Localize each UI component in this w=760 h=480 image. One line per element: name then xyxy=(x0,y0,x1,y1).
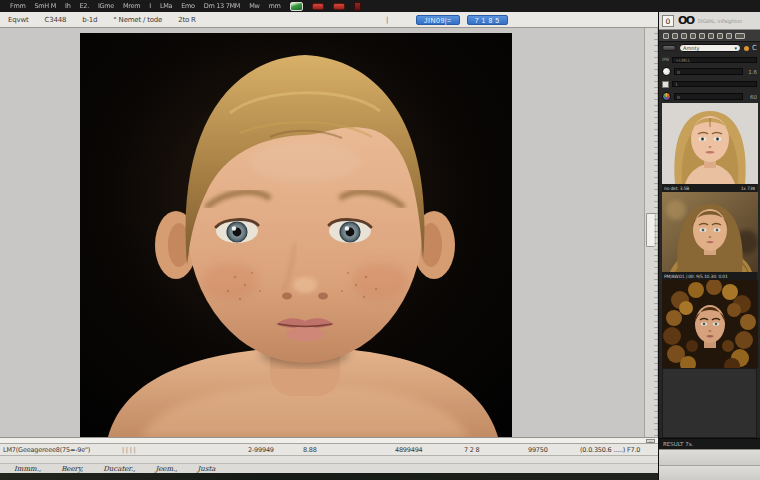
size-slider[interactable] xyxy=(674,68,743,75)
vertical-scrollbar[interactable] xyxy=(644,28,658,437)
option-item[interactable]: Eqvwt xyxy=(8,16,28,24)
status-document-info: LM7(Geeagereee8(75=-9e") xyxy=(3,446,90,454)
scrollbar-corner-box[interactable]: = xyxy=(646,439,655,443)
strength-slider-value: 60 xyxy=(746,94,757,100)
chevron-down-icon: ▾ xyxy=(735,45,738,51)
status-bar-spacer xyxy=(0,456,658,464)
photo-editor-window: Fmm SmH M Ih E2. IGme Mrem I LMa Emo Dm … xyxy=(0,0,760,480)
brush-icon[interactable] xyxy=(681,33,687,39)
girl-curly-art xyxy=(662,280,758,368)
result-label: RESULT 7s. xyxy=(663,441,693,447)
menu-item[interactable]: E2. xyxy=(79,2,88,10)
menu-item[interactable]: Ih xyxy=(65,2,70,10)
document-tab[interactable]: Jeem., xyxy=(155,465,177,473)
footer-row xyxy=(659,466,760,480)
horizontal-scrollbar[interactable]: = xyxy=(0,437,658,444)
crop-icon[interactable] xyxy=(672,33,678,39)
right-sidebar: 0 OO DIGIIAL: inPaighton Amnty ▾ xyxy=(658,12,760,480)
menu-item[interactable]: IGme xyxy=(98,2,114,10)
menu-item[interactable]: SmH M xyxy=(35,2,57,10)
square-swatch-icon[interactable] xyxy=(662,81,669,88)
menu-item[interactable]: Fmm xyxy=(10,2,26,10)
eraser-icon[interactable] xyxy=(690,33,696,39)
c-icon[interactable]: C xyxy=(752,45,757,52)
green-photo-icon[interactable] xyxy=(290,2,303,11)
status-coordinates: (0.0.350.6 .....) F7.0 xyxy=(580,446,640,454)
status-value: 2-99949 xyxy=(248,446,274,454)
value-field[interactable]: 1 xyxy=(672,81,757,87)
zoom-field[interactable]: 0 xyxy=(662,15,674,27)
sidebar-caption: DIGIIAL: inPaighton xyxy=(698,18,742,24)
red-badge-icon[interactable] xyxy=(312,3,324,10)
menu-item[interactable]: mm xyxy=(268,2,280,10)
thumbnail-caption-bar: PM/AW.01 /.00: 9/5.10.30: 0.01 xyxy=(662,272,757,280)
menu-item[interactable]: Emo xyxy=(181,2,195,10)
text-field[interactable]: +LMLL xyxy=(672,57,757,63)
white-swatch-icon[interactable] xyxy=(662,67,671,76)
menu-item[interactable]: Dm 13 7MM xyxy=(204,2,240,10)
status-value: 4899494 xyxy=(395,446,423,454)
thumbnail-caption-right: 1x 738 xyxy=(741,186,755,191)
bottom-dark-strip xyxy=(0,473,658,480)
zoom-icon[interactable] xyxy=(717,33,723,39)
shape-icon[interactable] xyxy=(708,33,714,39)
option-item[interactable]: C3448 xyxy=(44,16,66,24)
option-item[interactable]: ° Nemet / tode xyxy=(113,16,162,24)
tool-options-bar: Eqvwt C3448 b-1d ° Nemet / tode 2to R | … xyxy=(0,12,658,28)
girl-golden-portrait-thumbnail[interactable] xyxy=(662,192,758,272)
status-bar: LM7(Geeagereee8(75=-9e") | | | | 2-99949… xyxy=(0,444,658,456)
status-ruler-ticks: | | | | xyxy=(122,446,136,454)
mode-dropdown-value: Amnty xyxy=(683,45,699,51)
thumbnail-caption-left: PM/AW.01 /.00: 9/5.10.30: 0.01 xyxy=(664,274,728,279)
document-tab[interactable]: Beery, xyxy=(61,465,83,473)
wand-icon[interactable] xyxy=(663,33,669,39)
document-tab[interactable]: Ducater., xyxy=(103,465,135,473)
sidebar-header: 0 OO DIGIIAL: inPaighton xyxy=(659,12,760,30)
thumbnail-caption-left: no det: 3.5B xyxy=(664,186,689,191)
highlighted-option-group: JIN09|= 7 1 8 5 xyxy=(416,15,508,25)
boy-portrait-art xyxy=(80,33,512,437)
menu-item[interactable]: Mw xyxy=(249,2,259,10)
strength-slider[interactable] xyxy=(674,93,743,100)
empty-panel-well xyxy=(662,368,757,438)
footer-row xyxy=(659,450,760,466)
menu-icon[interactable] xyxy=(735,33,745,39)
status-value: 7 2 8 xyxy=(464,446,480,454)
option-item[interactable]: b-1d xyxy=(82,16,97,24)
girl-blonde-portrait-thumbnail[interactable] xyxy=(662,103,758,184)
size-slider-value: 1.6 xyxy=(746,69,757,75)
document-tab[interactable]: Immm., xyxy=(14,465,41,473)
red-badge-icon[interactable] xyxy=(333,3,345,10)
option-item[interactable]: 2to R xyxy=(178,16,196,24)
maroon-pin-icon[interactable] xyxy=(354,2,361,11)
menu-item[interactable]: LMa xyxy=(160,2,172,10)
field-label: IPB xyxy=(662,57,669,62)
options-divider: | xyxy=(386,16,388,24)
blue-value-button[interactable]: 7 1 8 5 xyxy=(467,15,508,25)
document-tabs-row: Immm., Beery, Ducater., Jeem., Justa xyxy=(0,464,658,473)
panel-toolbar xyxy=(659,30,760,42)
canvas-pasteboard xyxy=(0,28,644,437)
menu-item[interactable]: I xyxy=(149,2,151,10)
sidebar-footer xyxy=(659,449,760,480)
app-logo: OO xyxy=(678,14,694,27)
tool-pill-icon[interactable] xyxy=(662,45,676,51)
girl-curly-portrait-thumbnail[interactable] xyxy=(662,280,758,368)
orange-status-dot xyxy=(744,46,749,51)
blue-option-button[interactable]: JIN09|= xyxy=(416,15,460,25)
boy-portrait-image[interactable] xyxy=(80,33,512,437)
result-bar: RESULT 7s. xyxy=(659,438,760,449)
clone-icon[interactable] xyxy=(699,33,705,39)
color-wheel-icon[interactable] xyxy=(662,92,671,101)
thumbnail-caption-bar: no det: 3.5B 1x 738 xyxy=(662,184,757,192)
girl-blonde-art xyxy=(662,103,758,184)
menu-item[interactable]: Mrem xyxy=(123,2,140,10)
adjustment-panel: Amnty ▾ C IPB +LMLL 1.6 1 xyxy=(659,42,760,103)
status-value: 8.88 xyxy=(303,446,317,454)
status-value: 99750 xyxy=(528,446,548,454)
mode-dropdown[interactable]: Amnty ▾ xyxy=(679,44,741,52)
menu-bar: Fmm SmH M Ih E2. IGme Mrem I LMa Emo Dm … xyxy=(0,0,760,12)
girl-golden-art xyxy=(662,192,758,272)
grid-icon[interactable] xyxy=(726,33,732,39)
document-tab[interactable]: Justa xyxy=(198,465,216,473)
